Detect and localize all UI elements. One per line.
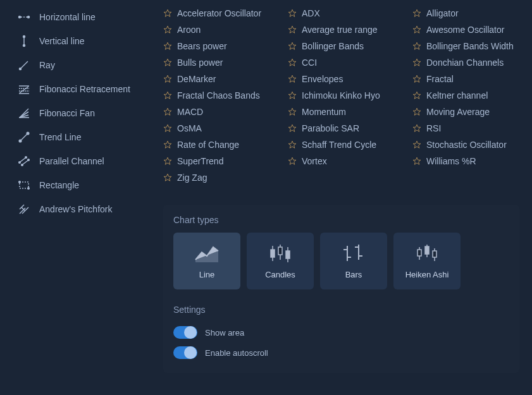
tool-vertical-line[interactable]: Vertical line [0,29,158,53]
drawing-tools-sidebar: Horizontal lineVertical lineRayFibonacci… [0,0,158,395]
indicator-item[interactable]: Momentum [283,104,407,120]
star-icon[interactable] [288,75,297,83]
indicator-item[interactable]: Ichimoku Kinko Hyo [283,87,407,104]
indicator-item[interactable]: DeMarker [158,71,283,87]
indicator-item[interactable]: RSI [407,120,532,137]
indicator-item[interactable]: Awesome Oscillator [407,21,532,38]
indicator-column: AlligatorAwesome OscillatorBollinger Ban… [407,5,532,186]
indicator-item[interactable]: Moving Average [407,104,532,120]
chart-type-bars[interactable]: Bars [320,233,387,289]
indicator-item[interactable]: Bears power [158,38,283,54]
star-icon[interactable] [412,9,421,18]
star-icon[interactable] [288,157,297,166]
indicator-item[interactable]: ADX [283,5,407,21]
star-icon[interactable] [412,157,421,166]
star-icon[interactable] [288,140,297,149]
indicator-item[interactable]: Accelerator Oscillator [158,5,283,21]
star-icon[interactable] [412,140,421,149]
chart-type-heiken-ashi[interactable]: Heiken Ashi [393,233,461,289]
tool-andrews-pitchfork[interactable]: Andrew's Pitchfork [0,197,158,221]
indicator-item[interactable]: Bulls power [158,54,283,71]
star-icon[interactable] [163,9,172,18]
indicator-item[interactable]: Bollinger Bands [283,38,407,54]
indicator-item[interactable]: Zig Zag [158,169,283,186]
indicator-item[interactable]: Vortex [283,153,407,169]
tool-fib-fan[interactable]: Fibonacci Fan [0,101,158,125]
indicator-item[interactable]: Envelopes [283,71,407,87]
indicator-item[interactable]: Fractal [407,71,532,87]
star-icon[interactable] [288,124,297,133]
indicator-label: SuperTrend [177,156,223,166]
indicator-item[interactable]: Schaff Trend Cycle [283,137,407,153]
star-icon[interactable] [288,91,297,100]
star-icon[interactable] [412,75,421,83]
indicator-item[interactable]: Rate of Change [158,137,283,153]
star-icon[interactable] [288,9,297,18]
star-icon[interactable] [163,91,172,100]
indicator-item[interactable]: Bollinger Bands Width [407,38,532,54]
svg-marker-36 [164,59,171,66]
indicator-label: Average true range [302,25,378,35]
indicator-item[interactable]: Alligator [407,5,532,21]
indicator-item[interactable]: Keltner channel [407,87,532,104]
star-icon[interactable] [163,124,172,133]
indicator-item[interactable]: MACD [158,104,283,120]
indicator-label: Stochastic Oscillator [426,140,507,150]
toggle-enable-autoscroll[interactable] [173,346,197,359]
indicator-item[interactable]: Average true range [283,21,407,38]
tool-horizontal-line[interactable]: Horizontal line [0,5,158,29]
star-icon[interactable] [288,107,297,116]
svg-marker-49 [288,92,296,99]
indicator-label: Bears power [177,41,227,51]
chart-type-line[interactable]: Line [173,233,240,289]
horizontal-line-icon [18,11,30,23]
indicator-label: Momentum [302,107,346,117]
star-icon[interactable] [288,58,297,67]
indicator-label: CCI [302,58,317,68]
indicator-item[interactable]: Donchian Channels [407,54,532,71]
star-icon[interactable] [288,42,297,51]
star-icon[interactable] [163,173,172,182]
indicator-item[interactable]: OsMA [158,120,283,137]
star-icon[interactable] [163,157,172,166]
chart-type-candles[interactable]: Candles [247,233,314,289]
star-icon[interactable] [163,58,172,67]
toggle-show-area[interactable] [173,326,197,339]
indicator-label: Keltner channel [426,90,488,100]
indicator-item[interactable]: Stochastic Oscillator [407,137,532,153]
svg-point-24 [28,159,30,161]
svg-rect-69 [286,251,290,258]
star-icon[interactable] [163,140,172,149]
star-icon[interactable] [412,124,421,133]
indicator-item[interactable]: Parabolic SAR [283,120,407,137]
indicator-item[interactable]: Williams %R [407,153,532,169]
indicator-item[interactable]: Fractal Chaos Bands [158,87,283,104]
indicator-item[interactable]: SuperTrend [158,153,283,169]
star-icon[interactable] [412,91,421,100]
tool-label: Ray [39,60,55,70]
svg-marker-44 [288,9,296,16]
tool-ray[interactable]: Ray [0,53,158,77]
star-icon[interactable] [412,58,421,67]
svg-marker-57 [413,59,421,66]
svg-marker-45 [288,26,296,33]
star-icon[interactable] [163,75,172,83]
tool-trend-line[interactable]: Trend Line [0,125,158,149]
svg-point-0 [19,16,21,18]
tool-parallel-channel[interactable]: Parallel Channel [0,149,158,173]
star-icon[interactable] [412,25,421,34]
indicator-item[interactable]: CCI [283,54,407,71]
star-icon[interactable] [163,107,172,116]
tool-rectangle[interactable]: Rectangle [0,173,158,197]
star-icon[interactable] [288,25,297,34]
star-icon[interactable] [163,42,172,51]
svg-rect-81 [433,251,436,257]
star-icon[interactable] [412,42,421,51]
chart-type-label: Heiken Ashi [405,270,449,279]
tool-fib-retracement[interactable]: Fibonacci Retracement [0,77,158,101]
svg-rect-26 [20,182,28,188]
star-icon[interactable] [163,25,172,34]
indicator-item[interactable]: Aroon [158,21,283,38]
svg-marker-55 [413,26,421,33]
star-icon[interactable] [412,107,421,116]
